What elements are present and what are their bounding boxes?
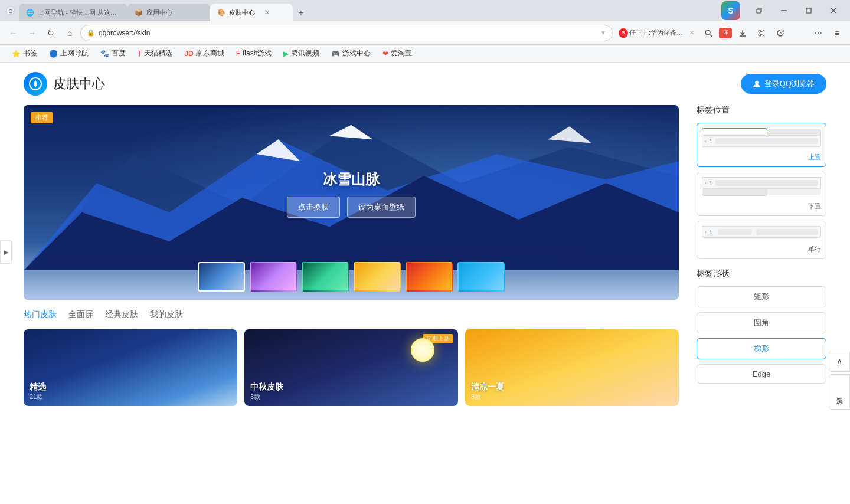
address-dropdown-icon[interactable]: ▼ (600, 30, 606, 36)
tab-1[interactable]: 🌐 上网导航 - 轻快上网 从这里开始 (19, 4, 128, 21)
skin-card-featured[interactable]: 精选 21款 (24, 329, 237, 406)
skin-card-midautumn[interactable]: 定期上新 中秋皮肤 3款 (244, 329, 458, 406)
shape-trapezoid[interactable]: 梯形 (697, 338, 826, 359)
hero-thumbnails (198, 262, 505, 292)
tab-3-close[interactable]: ✕ (263, 8, 272, 17)
skin-card-featured-inner: 精选 21款 (24, 329, 237, 406)
tab-shape-title: 标签形状 (697, 269, 826, 279)
close-window-button[interactable] (822, 2, 845, 19)
search-engine-button[interactable]: S 任正非:华为储备人才不储备美元 ✕ (615, 25, 698, 41)
bookmark-label-qqvideo: 腾讯视频 (291, 48, 319, 58)
refresh-button[interactable]: ↻ (42, 25, 59, 41)
card-count-midautumn: 3款 (250, 392, 452, 401)
hero-title: 冰雪山脉 (323, 170, 380, 189)
scissors-button[interactable] (753, 25, 770, 41)
svg-rect-2 (757, 9, 760, 13)
thumbnail-4[interactable] (354, 262, 401, 292)
page-title: 皮肤中心 (53, 75, 105, 93)
preview-nav-arrow-s: ‹ (705, 230, 707, 235)
bookmark-item-baidu[interactable]: 🐾 百度 (96, 47, 130, 60)
thumbnail-5[interactable] (406, 262, 453, 292)
title-bar-left: Q (5, 5, 17, 17)
tab-fullscreen[interactable]: 全面屏 (68, 309, 93, 322)
set-wallpaper-button[interactable]: 设为桌面壁纸 (347, 197, 416, 218)
speeddial-icon: S (721, 1, 740, 20)
shape-rect[interactable]: 矩形 (697, 286, 826, 307)
home-button[interactable]: ⌂ (61, 25, 78, 41)
flash-favicon: F (236, 50, 240, 58)
tab-pos-single-label: 单行 (702, 245, 821, 254)
tab-pos-bottom-preview: ‹ ↻ (702, 177, 821, 201)
new-tab-button[interactable]: + (293, 5, 309, 21)
login-button[interactable]: 登录QQ浏览器 (741, 74, 826, 94)
address-bar[interactable]: 🔒 qqbrowser://skin ▼ (80, 25, 613, 41)
svg-point-16 (755, 81, 759, 84)
menu-button[interactable]: ≡ (829, 25, 845, 41)
preview-addr-bar-b (715, 180, 818, 186)
tab-position-single[interactable]: ‹ ↻ 单行 (697, 221, 826, 259)
feedback-button[interactable]: 反馈 (829, 374, 850, 410)
page-header: 皮肤中心 登录QQ浏览器 (0, 63, 850, 105)
tab-3[interactable]: 🎨 皮肤中心 ✕ (210, 4, 293, 21)
tab-pos-top-label: 上置 (702, 153, 821, 162)
bookmark-label-baidu: 百度 (112, 48, 126, 58)
thumbnail-3[interactable] (302, 262, 349, 292)
minimize-button[interactable] (772, 2, 796, 19)
restore-down-button[interactable] (747, 2, 771, 19)
bookmark-item-taobao[interactable]: ❤ 爱淘宝 (378, 47, 417, 60)
star-icon: ⭐ (12, 50, 21, 58)
bookmark-item-qqvideo[interactable]: ▶ 腾讯视频 (279, 47, 324, 60)
bookmark-item-nav[interactable]: 🔵 上网导航 (44, 47, 93, 60)
login-button-label: 登录QQ浏览器 (764, 78, 815, 89)
download-button[interactable] (734, 25, 751, 41)
qqvideo-favicon: ▶ (283, 50, 289, 58)
skin-cards: 精选 21款 定期上新 中秋皮肤 3款 (24, 329, 679, 406)
bookmark-item-flash[interactable]: F flash游戏 (231, 47, 277, 60)
bookmark-item-game[interactable]: 🎮 游戏中心 (326, 47, 375, 60)
apply-skin-button[interactable]: 点击换肤 (287, 197, 340, 218)
skin-card-summer[interactable]: 清凉一夏 8款 (465, 329, 679, 406)
history-button[interactable] (772, 25, 789, 41)
preview-tabs-row-bottom (702, 189, 821, 196)
back-button[interactable]: ← (5, 25, 21, 41)
translate-button[interactable]: 译 (719, 28, 732, 38)
tab-1-favicon: 🌐 (26, 9, 34, 17)
left-nav-toggle[interactable]: ▶ (0, 240, 12, 264)
search-button[interactable] (700, 25, 717, 41)
card-count-summer: 8款 (471, 392, 673, 401)
maximize-button[interactable] (797, 2, 820, 19)
nav-favicon: 🔵 (49, 50, 58, 58)
thumbnail-6[interactable] (457, 262, 505, 292)
preview-nav-refresh-s: ↻ (709, 230, 713, 235)
preview-active-tab-b (702, 189, 767, 196)
tab-position-bottom[interactable]: ‹ ↻ 下置 (697, 172, 826, 216)
shape-edge[interactable]: Edge (697, 364, 826, 384)
tab-2[interactable]: 📦 应用中心 (128, 4, 210, 21)
shape-rounded[interactable]: 圆角 (697, 312, 826, 333)
tab-hot-skins[interactable]: 热门皮肤 (24, 309, 57, 322)
address-lock-icon: 🔒 (87, 29, 95, 37)
toolbar: ← → ↻ ⌂ 🔒 qqbrowser://skin ▼ S 任正非:华为储备人… (0, 21, 850, 45)
thumbnail-2[interactable] (250, 262, 297, 292)
tab-position-top[interactable]: ‹ ↻ 上置 (697, 123, 826, 167)
bookmark-item-tianmao[interactable]: T 天猫精选 (133, 47, 177, 60)
scroll-top-button[interactable]: ∧ (829, 351, 850, 372)
bookmark-label-nav: 上网导航 (60, 48, 89, 58)
bookmark-item-jd[interactable]: JD 京东商城 (179, 47, 228, 60)
tabs-area: 🌐 上网导航 - 轻快上网 从这里开始 📦 应用中心 🎨 皮肤中心 ✕ + (19, 0, 719, 21)
tab-pos-bottom-label: 下置 (702, 202, 821, 211)
preview-nav-arrow-left-b: ‹ (705, 181, 707, 186)
bookmark-item-star[interactable]: ⭐ 书签 (7, 47, 42, 60)
svg-rect-4 (806, 8, 811, 13)
thumbnail-1[interactable] (198, 262, 245, 292)
tab-classic[interactable]: 经典皮肤 (105, 309, 138, 322)
more-button[interactable]: ⋯ (810, 25, 826, 41)
svg-line-8 (710, 34, 712, 37)
preview-inactive-tab-b (767, 189, 821, 195)
svg-line-14 (761, 34, 764, 36)
night-mode-button[interactable] (791, 25, 808, 41)
svg-line-13 (761, 30, 764, 32)
bookmark-label-flash: flash游戏 (243, 48, 272, 58)
tab-mine[interactable]: 我的皮肤 (150, 309, 183, 322)
forward-button[interactable]: → (24, 25, 40, 41)
